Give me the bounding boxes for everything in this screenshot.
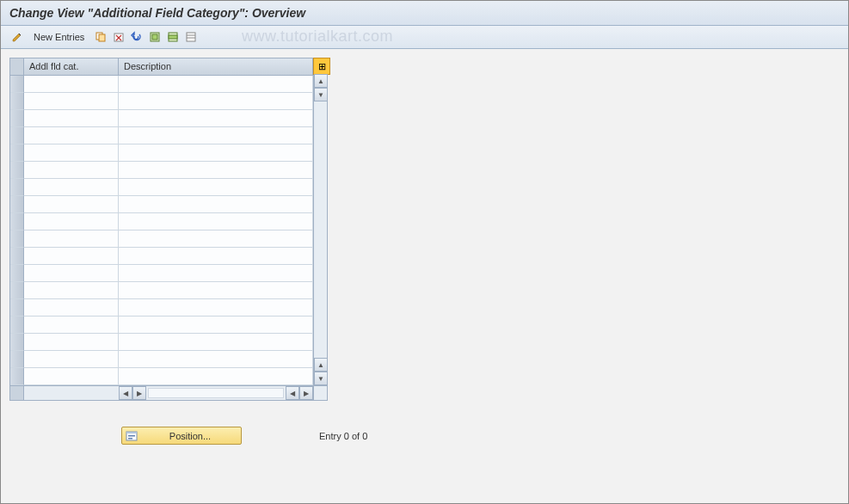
cell-addl-fld-cat[interactable] — [24, 76, 119, 92]
scroll-left-end-icon[interactable]: ◀ — [286, 386, 299, 400]
row-selector[interactable] — [10, 213, 24, 230]
table-row[interactable] — [24, 93, 313, 110]
cell-description[interactable] — [119, 179, 313, 195]
select-all-icon[interactable] — [147, 29, 163, 45]
cell-description[interactable] — [119, 282, 313, 298]
table-row[interactable] — [24, 144, 313, 162]
toggle-change-icon[interactable] — [9, 29, 25, 45]
table-row[interactable] — [24, 351, 313, 368]
copy-icon[interactable] — [93, 29, 108, 45]
cell-addl-fld-cat[interactable] — [24, 230, 119, 247]
table-row[interactable] — [24, 127, 313, 144]
position-button[interactable]: Position... — [121, 427, 242, 445]
table-row[interactable] — [24, 248, 313, 265]
table-row[interactable] — [24, 162, 313, 179]
undo-icon[interactable] — [129, 29, 145, 45]
row-selector[interactable] — [10, 299, 24, 317]
cell-description[interactable] — [119, 144, 313, 161]
row-selector[interactable] — [10, 265, 24, 282]
table-row[interactable] — [24, 299, 313, 317]
cell-addl-fld-cat[interactable] — [24, 248, 119, 264]
scroll-down-icon[interactable]: ▼ — [314, 88, 328, 101]
cell-description[interactable] — [119, 265, 313, 281]
cell-addl-fld-cat[interactable] — [24, 144, 119, 161]
cell-addl-fld-cat[interactable] — [24, 351, 119, 367]
row-selector[interactable] — [10, 162, 24, 179]
row-selector[interactable] — [10, 179, 24, 196]
cell-description[interactable] — [119, 127, 313, 144]
content-area: Addl fld cat. Description ⊞ ▲ ▼ ▲ ▼ — [1, 49, 848, 453]
row-selector[interactable] — [10, 93, 24, 110]
cell-addl-fld-cat[interactable] — [24, 317, 119, 333]
deselect-all-icon[interactable] — [183, 29, 199, 45]
table-row[interactable] — [24, 196, 313, 213]
svg-rect-11 — [126, 432, 137, 433]
row-selector[interactable] — [10, 248, 24, 265]
row-selector[interactable] — [10, 144, 24, 162]
scroll-right-step-icon[interactable]: ▶ — [132, 386, 146, 400]
cell-addl-fld-cat[interactable] — [24, 127, 119, 144]
row-selector[interactable] — [10, 368, 24, 385]
table-config-icon[interactable]: ⊞ — [313, 58, 330, 75]
table-row[interactable] — [24, 230, 313, 248]
row-selector[interactable] — [10, 127, 24, 144]
cell-description[interactable] — [119, 351, 313, 367]
scroll-right-end-icon[interactable]: ▶ — [299, 386, 313, 400]
column-header-addl-fld-cat[interactable]: Addl fld cat. — [24, 58, 119, 75]
cell-description[interactable] — [119, 317, 313, 333]
cell-addl-fld-cat[interactable] — [24, 93, 119, 109]
cell-addl-fld-cat[interactable] — [24, 179, 119, 195]
cell-description[interactable] — [119, 110, 313, 126]
horizontal-scrollbar[interactable]: ◀ ▶ ◀ ▶ — [10, 385, 327, 400]
vertical-scrollbar[interactable]: ⊞ ▲ ▼ ▲ ▼ — [313, 58, 327, 385]
cell-addl-fld-cat[interactable] — [24, 299, 119, 316]
table-row[interactable] — [24, 334, 313, 351]
cell-addl-fld-cat[interactable] — [24, 213, 119, 230]
table-row[interactable] — [24, 282, 313, 299]
cell-addl-fld-cat[interactable] — [24, 368, 119, 384]
table-row[interactable] — [24, 110, 313, 127]
cell-addl-fld-cat[interactable] — [24, 265, 119, 281]
select-block-icon[interactable] — [165, 29, 181, 45]
delete-icon[interactable] — [111, 29, 126, 45]
table-row[interactable] — [24, 179, 313, 196]
cell-description[interactable] — [119, 93, 313, 109]
row-selector[interactable] — [10, 282, 24, 299]
table-row[interactable] — [24, 317, 313, 334]
cell-addl-fld-cat[interactable] — [24, 196, 119, 212]
cell-description[interactable] — [119, 76, 313, 92]
cell-description[interactable] — [119, 248, 313, 264]
cell-description[interactable] — [119, 299, 313, 316]
table-row[interactable] — [24, 76, 313, 93]
table-row[interactable] — [24, 265, 313, 282]
cell-description[interactable] — [119, 368, 313, 384]
table-row[interactable] — [24, 368, 313, 385]
scroll-track[interactable] — [314, 101, 327, 358]
column-header-description[interactable]: Description — [119, 58, 313, 75]
cell-addl-fld-cat[interactable] — [24, 162, 119, 178]
cell-description[interactable] — [119, 196, 313, 212]
cell-addl-fld-cat[interactable] — [24, 282, 119, 298]
cell-description[interactable] — [119, 334, 313, 350]
cell-description[interactable] — [119, 230, 313, 247]
row-selector[interactable] — [10, 317, 24, 334]
row-selector-header[interactable] — [10, 58, 24, 76]
scroll-up-icon[interactable]: ▲ — [314, 74, 328, 88]
hscroll-track[interactable] — [148, 388, 284, 398]
row-selector[interactable] — [10, 334, 24, 351]
scroll-up-end-icon[interactable]: ▲ — [314, 358, 328, 372]
cell-addl-fld-cat[interactable] — [24, 110, 119, 126]
row-selector[interactable] — [10, 110, 24, 127]
row-selector[interactable] — [10, 351, 24, 368]
scroll-down-end-icon[interactable]: ▼ — [314, 372, 328, 385]
cell-description[interactable] — [119, 162, 313, 178]
cell-description[interactable] — [119, 213, 313, 230]
row-selector[interactable] — [10, 196, 24, 213]
row-selector[interactable] — [10, 230, 24, 248]
scroll-left-icon[interactable]: ◀ — [119, 386, 132, 400]
new-entries-button[interactable]: New Entries — [28, 29, 90, 45]
cell-addl-fld-cat[interactable] — [24, 334, 119, 350]
table-row[interactable] — [24, 213, 313, 230]
row-selector[interactable] — [10, 76, 24, 93]
window-title: Change View "Additional Field Category":… — [1, 1, 848, 26]
